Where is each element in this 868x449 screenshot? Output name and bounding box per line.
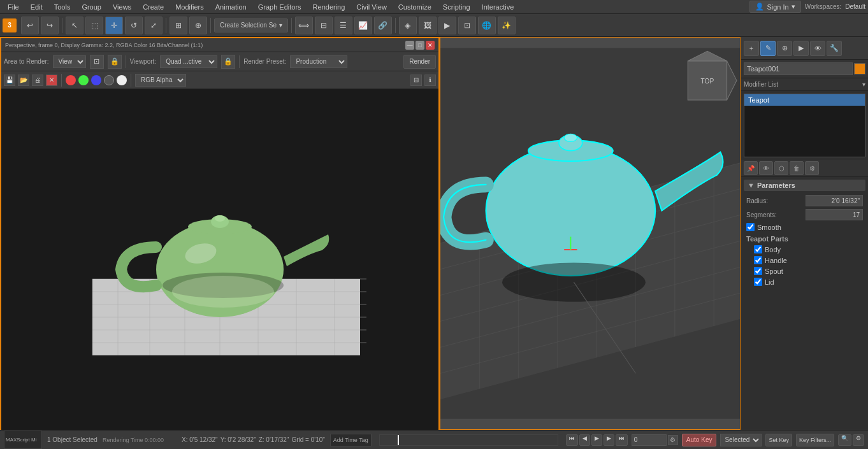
green-channel-button[interactable]	[78, 75, 89, 85]
spout-checkbox[interactable]	[754, 267, 762, 275]
menu-interactive[interactable]: Interactive	[477, 2, 519, 12]
save-render-button[interactable]: 💾	[4, 75, 15, 86]
menu-create[interactable]: Create	[138, 2, 169, 12]
create-selection-button[interactable]: Create Selection Se ▾	[214, 18, 288, 32]
lock-icon[interactable]: 🔒	[108, 55, 122, 69]
modifier-item-teapot[interactable]: Teapot	[744, 94, 865, 106]
menu-civil-view[interactable]: Civil View	[351, 2, 391, 12]
extra-btn-2[interactable]: ⚙	[853, 434, 864, 446]
menu-group[interactable]: Group	[76, 2, 106, 12]
viewport-select[interactable]: Quad ...ctive	[160, 55, 217, 68]
signin-button[interactable]: 👤 Sign In ▾	[749, 1, 800, 13]
prev-frame-button[interactable]: ◀	[579, 434, 590, 446]
render-setup-button[interactable]: 🖼	[419, 17, 437, 34]
create-panel-button[interactable]: +	[744, 41, 759, 56]
move-button[interactable]: ✛	[105, 17, 123, 34]
red-channel-button[interactable]	[66, 75, 76, 85]
info-render-button[interactable]: ℹ	[424, 75, 436, 86]
menu-tools[interactable]: Tools	[49, 2, 76, 12]
layer-button[interactable]: ☰	[335, 17, 352, 34]
align-button[interactable]: ⊟	[315, 17, 333, 34]
timeline-scrubber[interactable]	[379, 434, 558, 446]
close-render-button[interactable]: ✕	[46, 75, 57, 86]
print-button[interactable]: 🖨	[32, 75, 43, 86]
channel-select[interactable]: RGB Alpha	[135, 74, 186, 87]
modify-panel-button[interactable]: ✎	[760, 41, 776, 56]
scale-button[interactable]: ⤢	[145, 17, 163, 34]
frame-input[interactable]	[632, 434, 667, 446]
render-button[interactable]: ▶	[438, 17, 456, 34]
mirror-button[interactable]: ⟺	[295, 17, 313, 34]
curve-editor-button[interactable]: 📈	[354, 17, 372, 34]
redo-button[interactable]: ↪	[41, 17, 59, 34]
mono-channel-button[interactable]	[117, 75, 127, 85]
extra-btn-1[interactable]: 🔍	[838, 434, 851, 446]
pivot-button[interactable]: ⊕	[189, 17, 207, 34]
go-to-start-button[interactable]: ⏮	[566, 434, 578, 446]
set-key-button[interactable]: Set Key	[765, 434, 792, 446]
radius-row: Radius:	[744, 194, 865, 208]
parameters-header[interactable]: ▼ Parameters	[744, 180, 865, 191]
segments-input[interactable]	[806, 209, 863, 220]
menu-file[interactable]: File	[3, 2, 24, 12]
menu-customize[interactable]: Customize	[393, 2, 437, 12]
open-render-button[interactable]: 📂	[18, 75, 29, 86]
pin-stack-button[interactable]: 📌	[744, 161, 758, 175]
object-color-swatch[interactable]	[854, 63, 865, 75]
reference-coord-button[interactable]: ⊞	[170, 17, 187, 34]
smooth-row: Smooth	[744, 222, 865, 232]
modifier-dropdown-icon[interactable]: ▾	[862, 81, 865, 88]
alpha-channel-button[interactable]	[104, 75, 114, 85]
render-frame-button[interactable]: ⊡	[458, 17, 476, 34]
render-window-minimize-button[interactable]: —	[405, 41, 414, 50]
schematic-button[interactable]: 🔗	[374, 17, 392, 34]
object-name-input[interactable]	[744, 62, 853, 75]
show-results-button[interactable]: 👁	[759, 161, 773, 175]
area-to-render-select[interactable]: View	[53, 55, 86, 68]
render-preset-select[interactable]: Production	[290, 55, 347, 68]
go-to-end-button[interactable]: ⏭	[616, 434, 628, 446]
utilities-panel-button[interactable]: 🔧	[827, 41, 842, 56]
lid-checkbox[interactable]	[754, 278, 762, 286]
add-time-tag-button[interactable]: Add Time Tag	[330, 434, 372, 446]
effects-button[interactable]: ✨	[498, 17, 516, 34]
menu-scripting[interactable]: Scripting	[438, 2, 475, 12]
render-window-maximize-button[interactable]: □	[416, 41, 424, 50]
motion-panel-button[interactable]: ▶	[793, 41, 809, 56]
render-action-button[interactable]: Render	[403, 55, 436, 69]
create-selection-label: Create Selection Se	[220, 22, 277, 29]
auto-key-button[interactable]: Auto Key	[682, 434, 717, 446]
menu-rendering[interactable]: Rendering	[308, 2, 351, 12]
smooth-checkbox[interactable]	[746, 223, 755, 231]
environment-button[interactable]: 🌐	[478, 17, 496, 34]
display-panel-button[interactable]: 👁	[810, 41, 825, 56]
blue-channel-button[interactable]	[91, 75, 101, 85]
clone-render-button[interactable]: ⊟	[410, 75, 422, 86]
material-editor-button[interactable]: ◈	[399, 17, 417, 34]
next-frame-button[interactable]: ▶	[604, 434, 614, 446]
menu-graph-editors[interactable]: Graph Editors	[253, 2, 307, 12]
radius-input[interactable]	[806, 195, 863, 206]
menu-edit[interactable]: Edit	[25, 2, 48, 12]
select-button[interactable]: ↖	[66, 17, 83, 34]
handle-checkbox[interactable]	[754, 256, 762, 264]
main-toolbar: 3 ↩ ↪ ↖ ⬚ ✛ ↺ ⤢ ⊞ ⊕ Create Selection Se …	[0, 14, 868, 37]
key-mode-select[interactable]: Selected	[720, 434, 762, 446]
select-region-button[interactable]: ⬚	[85, 17, 103, 34]
key-filters-button[interactable]: Key Filters...	[796, 434, 834, 446]
configure-modifier-button[interactable]: ⚙	[805, 161, 819, 175]
menu-modifiers[interactable]: Modifiers	[170, 2, 209, 12]
hierarchy-panel-button[interactable]: ⊕	[777, 41, 792, 56]
remove-modifier-button[interactable]: 🗑	[790, 161, 804, 175]
menu-views[interactable]: Views	[108, 2, 136, 12]
lock2-icon[interactable]: 🔒	[221, 55, 235, 69]
body-checkbox[interactable]	[754, 245, 762, 253]
select-region-icon[interactable]: ⊡	[90, 55, 104, 69]
make-unique-button[interactable]: ⬡	[774, 161, 788, 175]
render-window-close-button[interactable]: ✕	[426, 41, 435, 50]
undo-button[interactable]: ↩	[21, 17, 39, 34]
rotate-button[interactable]: ↺	[125, 17, 143, 34]
frame-config-button[interactable]: ⚙	[668, 435, 678, 445]
menu-animation[interactable]: Animation	[210, 2, 252, 12]
play-button[interactable]: ▶	[591, 434, 602, 446]
